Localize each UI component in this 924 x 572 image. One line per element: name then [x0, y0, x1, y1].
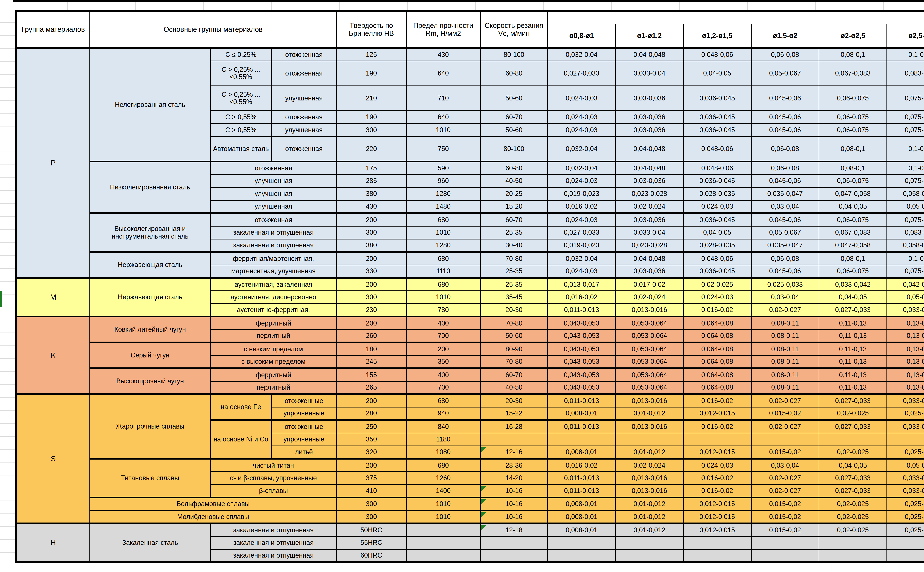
feed-cell[interactable]: 0,024-0,03	[548, 174, 615, 187]
feed-cell[interactable]: 0,045-0,06	[751, 265, 819, 278]
material-cell[interactable]: Вольфрамовые сплавы	[90, 497, 337, 510]
feed-cell[interactable]: 0,023-0,028	[615, 187, 683, 201]
material-cell[interactable]: Высоколегированная и инструментальная ст…	[90, 213, 210, 252]
hardness-cell[interactable]: 320	[337, 446, 407, 459]
feed-cell[interactable]: 0,06-0,075	[819, 111, 887, 124]
feed-cell[interactable]: 0,11-0,13	[819, 368, 887, 381]
feed-cell[interactable]: 0,033-0,04	[615, 61, 683, 86]
feed-cell[interactable]: 0,024-0,03	[548, 213, 615, 226]
feed-cell[interactable]: 0,036-0,045	[683, 86, 751, 111]
feed-cell[interactable]	[615, 549, 683, 562]
feed-cell[interactable]: 0,06-0,075	[819, 213, 887, 226]
hardness-cell[interactable]: 210	[337, 86, 407, 111]
strength-cell[interactable]: 640	[407, 111, 480, 124]
feed-cell[interactable]: 0,013-0,016	[615, 420, 683, 433]
material-cell[interactable]: улучшенная	[271, 124, 337, 137]
feed-cell[interactable]: 0,027-0,033	[548, 226, 615, 239]
feed-cell[interactable]: 0,05-0,08	[887, 291, 924, 304]
strength-cell[interactable]: 680	[407, 252, 480, 265]
hardness-cell[interactable]: 265	[337, 381, 407, 394]
feed-cell[interactable]: 0,058-0,093	[887, 187, 924, 201]
hardness-cell[interactable]: 300	[337, 226, 407, 239]
feed-cell[interactable]: 0,083-0,13	[887, 61, 924, 86]
feed-cell[interactable]	[819, 536, 887, 549]
feed-cell[interactable]: 0,016-0,02	[683, 485, 751, 497]
strength-cell[interactable]: 700	[407, 330, 480, 342]
material-cell[interactable]: отожженные	[271, 420, 337, 433]
speed-cell[interactable]: 15-20	[480, 201, 548, 213]
feed-cell[interactable]: 0,058-0,093	[887, 239, 924, 252]
strength-cell[interactable]: 680	[407, 278, 480, 291]
speed-cell[interactable]	[480, 536, 548, 549]
feed-cell[interactable]: 0,04-0,048	[615, 252, 683, 265]
speed-cell[interactable]: 50-60	[480, 330, 548, 342]
speed-cell[interactable]: 15-22	[480, 407, 548, 420]
hardness-cell[interactable]: 300	[337, 291, 407, 304]
hardness-cell[interactable]: 250	[337, 420, 407, 433]
feed-cell[interactable]: 0,016-0,02	[683, 394, 751, 407]
feed-cell[interactable]: 0,064-0,08	[683, 368, 751, 381]
feed-cell[interactable]: 0,048-0,06	[683, 137, 751, 162]
feed-cell[interactable]: 0,015-0,02	[751, 446, 819, 459]
strength-cell[interactable]: 400	[407, 317, 480, 330]
speed-cell[interactable]: 35-45	[480, 291, 548, 304]
feed-cell[interactable]: 0,008-0,01	[548, 446, 615, 459]
material-cell[interactable]: чистый титан	[210, 459, 337, 472]
feed-cell[interactable]: 0,02-0,025	[819, 524, 887, 536]
feed-cell[interactable]: 0,036-0,045	[683, 124, 751, 137]
speed-cell[interactable]: 60-80	[480, 162, 548, 174]
strength-cell[interactable]: 1110	[407, 265, 480, 278]
material-cell[interactable]: C > 0,55%	[210, 124, 271, 137]
material-cell[interactable]: Молибденовые сплавы	[90, 510, 337, 524]
hardness-cell[interactable]: 380	[337, 239, 407, 252]
feed-cell[interactable]: 0,032-0,04	[548, 252, 615, 265]
feed-cell[interactable]	[683, 549, 751, 562]
feed-cell[interactable]: 0,06-0,08	[751, 162, 819, 174]
feed-cell[interactable]: 0,11-0,13	[819, 342, 887, 356]
hardness-cell[interactable]: 380	[337, 187, 407, 201]
feed-cell[interactable]: 0,027-0,033	[548, 61, 615, 86]
hardness-cell[interactable]: 55HRC	[337, 536, 407, 549]
feed-cell[interactable]: 0,06-0,08	[751, 252, 819, 265]
hardness-cell[interactable]: 60HRC	[337, 549, 407, 562]
header-group-column[interactable]: Группа материалов	[16, 11, 90, 48]
feed-cell[interactable]: 0,02-0,027	[751, 420, 819, 433]
feed-cell[interactable]: 0,013-0,016	[615, 472, 683, 485]
feed-cell[interactable]	[887, 536, 924, 549]
strength-cell[interactable]: 590	[407, 162, 480, 174]
material-cell[interactable]: на основе Ni и Co	[210, 420, 271, 459]
feed-cell[interactable]: 0,13-0,21	[887, 317, 924, 330]
feed-cell[interactable]: 0,032-0,04	[548, 48, 615, 61]
feed-cell[interactable]: 0,053-0,064	[615, 381, 683, 394]
hardness-cell[interactable]: 200	[337, 459, 407, 472]
hardness-cell[interactable]: 190	[337, 61, 407, 86]
feed-cell[interactable]: 0,05-0,067	[751, 61, 819, 86]
material-cell[interactable]: закаленная и отпущенная	[210, 524, 337, 536]
speed-cell[interactable]: 12-16	[480, 446, 548, 459]
feed-cell[interactable]: 0,043-0,053	[548, 356, 615, 368]
hardness-cell[interactable]: 200	[337, 252, 407, 265]
feed-cell[interactable]: 0,03-0,036	[615, 265, 683, 278]
feed-cell[interactable]: 0,08-0,11	[751, 381, 819, 394]
feed-cell[interactable]: 0,047-0,058	[819, 239, 887, 252]
feed-cell[interactable]: 0,045-0,06	[751, 111, 819, 124]
feed-cell[interactable]: 0,012-0,015	[683, 524, 751, 536]
diameter-header[interactable]: ø1-ø1,2	[615, 24, 683, 48]
feed-cell[interactable]: 0,13-0,21	[887, 368, 924, 381]
feed-cell[interactable]: 0,011-0,013	[548, 420, 615, 433]
feed-cell[interactable]: 0,03-0,036	[615, 213, 683, 226]
material-cell[interactable]: закаленная и отпущенная	[210, 536, 337, 549]
speed-cell[interactable]: 30-40	[480, 239, 548, 252]
hardness-cell[interactable]: 330	[337, 265, 407, 278]
feed-cell[interactable]: 0,016-0,02	[548, 291, 615, 304]
material-cell[interactable]: Автоматная сталь	[210, 137, 271, 162]
hardness-cell[interactable]: 220	[337, 137, 407, 162]
hardness-cell[interactable]: 200	[337, 278, 407, 291]
feed-cell[interactable]: 0,03-0,036	[615, 111, 683, 124]
feed-cell[interactable]: 0,1-0,16	[887, 137, 924, 162]
feed-cell[interactable]	[615, 433, 683, 446]
feed-cell[interactable]: 0,025-0,033	[751, 278, 819, 291]
feed-cell[interactable]: 0,045-0,06	[751, 213, 819, 226]
material-cell[interactable]: закаленная и отпущенная	[210, 226, 337, 239]
feed-cell[interactable]: 0,027-0,033	[819, 304, 887, 317]
